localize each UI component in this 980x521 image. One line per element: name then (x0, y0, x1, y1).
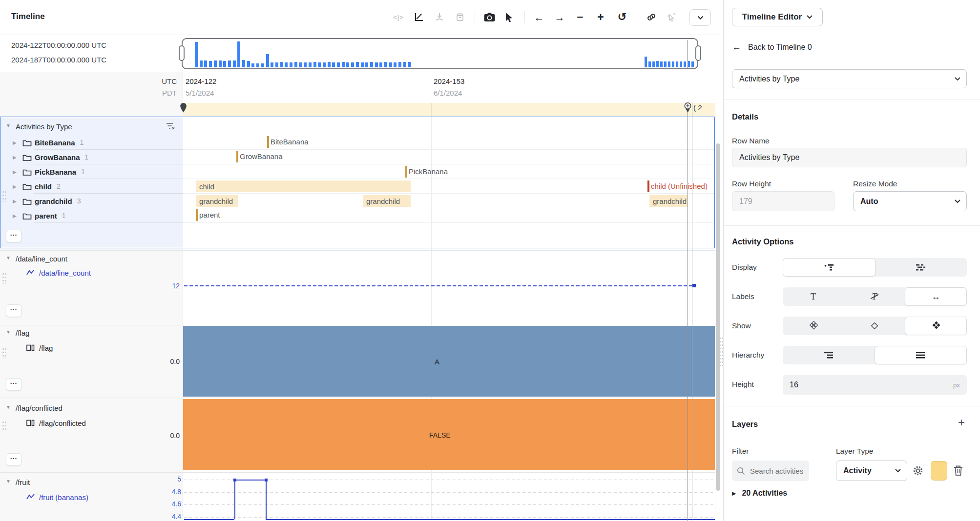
zoom-out-icon[interactable]: − (573, 10, 587, 24)
tree-item-child[interactable]: ▶child2 (13, 179, 179, 194)
cursor-icon[interactable] (503, 10, 517, 24)
layer-legend-line-count[interactable]: /data/line_count (39, 269, 91, 277)
layer-legend-flag[interactable]: /flag (39, 344, 53, 352)
expand-arrow-icon[interactable]: ▶ (13, 140, 22, 145)
layer-type-select[interactable]: Activity (836, 461, 907, 481)
row-actions-button[interactable]: ... (6, 304, 21, 317)
tree-item-BiteBanana[interactable]: ▶BiteBanana1 (13, 135, 179, 150)
code-icon[interactable]: <|> (392, 10, 405, 24)
row-drag-handle[interactable] (2, 272, 6, 284)
time-marker-pin-icon[interactable] (180, 102, 187, 113)
activity-bar-grandchild[interactable]: grandchild (196, 195, 238, 207)
display-compact-option[interactable] (876, 258, 967, 277)
tree-item-parent[interactable]: ▶parent1 (13, 208, 179, 223)
tree-item-PickBanana[interactable]: ▶PickBanana1 (13, 164, 179, 179)
display-grouped-option[interactable] (783, 258, 876, 277)
fruit-gridline (184, 517, 715, 518)
layer-legend-flag-conflicted[interactable]: /flag/conflicted (39, 419, 86, 427)
row-name-input[interactable] (732, 148, 967, 167)
tree-group-fruit[interactable]: /fruit (16, 478, 30, 486)
activity-bar-grandchild[interactable]: grandchild (649, 195, 688, 207)
row-picker-select[interactable]: Activities by Type (732, 69, 967, 88)
activity-tick-GrowBanana[interactable] (236, 151, 238, 162)
layers-heading: Layers (732, 420, 758, 429)
labels-italic-option[interactable]: T (844, 287, 905, 306)
hierarchy-flat-option[interactable] (875, 346, 967, 364)
collapse-arrow-icon[interactable]: ▼ (6, 404, 11, 410)
activity-bar-child[interactable]: child (196, 180, 411, 192)
fruit-gridline (184, 504, 715, 505)
expand-arrow-icon[interactable]: ▶ (13, 199, 22, 204)
show-diamond-option[interactable] (844, 317, 905, 335)
time-cursor-line[interactable] (688, 103, 688, 521)
tree-group-activities-by-type[interactable]: Activities by Type (16, 122, 72, 131)
activity-tick-parent[interactable] (196, 209, 198, 221)
undo-icon[interactable]: ↺ (615, 10, 629, 24)
vertical-scrollbar[interactable] (716, 143, 720, 491)
row-actions-button[interactable]: ... (6, 378, 21, 391)
arrow-right-icon[interactable]: → (553, 10, 566, 24)
back-label: Back to Timeline 0 (748, 43, 812, 52)
hierarchy-indented-option[interactable] (783, 346, 875, 364)
trash-icon[interactable] (953, 465, 963, 476)
activity-tick-BiteBanana[interactable] (267, 136, 269, 148)
row-actions-button[interactable]: ... (6, 230, 21, 242)
unlink-cursor-icon[interactable] (665, 10, 679, 24)
collapse-arrow-icon[interactable]: ▼ (6, 255, 11, 260)
collapse-arrow-icon[interactable]: ▼ (6, 479, 11, 484)
chevron-down-icon (955, 200, 960, 203)
gear-icon[interactable] (912, 465, 924, 477)
arrow-left-icon[interactable]: ← (532, 10, 546, 24)
row-drag-handle[interactable] (2, 347, 6, 359)
histogram-bar (356, 62, 359, 67)
expand-arrow-icon[interactable]: ▶ (13, 213, 22, 219)
layer-legend-fruit[interactable]: /fruit (bananas) (39, 493, 88, 501)
tree-group-data-line-count[interactable]: /data/line_count (16, 255, 67, 263)
brush-handle-left[interactable] (179, 45, 185, 61)
labels-resize-option[interactable]: ↔ (905, 287, 967, 306)
search-activities-input[interactable] (749, 466, 804, 476)
labels-text-option[interactable]: T (783, 287, 844, 306)
camera-icon[interactable] (482, 10, 496, 24)
archive-icon[interactable] (453, 10, 467, 24)
tree-item-grandchild[interactable]: ▶grandchild3 (13, 194, 179, 208)
time-selection-band[interactable] (183, 103, 715, 116)
tree-item-GrowBanana[interactable]: ▶GrowBanana1 (13, 150, 179, 164)
height-input[interactable] (783, 375, 967, 395)
chart-edit-icon[interactable] (412, 10, 426, 24)
row-drag-handle[interactable] (2, 421, 6, 432)
histogram-bar (652, 61, 655, 67)
timeline-minimap-brush[interactable] (182, 38, 698, 69)
expand-arrow-icon[interactable]: ▶ (13, 169, 22, 175)
collapse-arrow-icon[interactable]: ▼ (6, 329, 11, 335)
show-cluster-outline-option[interactable] (783, 317, 844, 335)
histogram-bar (342, 62, 345, 67)
activities-expander[interactable]: ▶ 20 Activities (732, 489, 787, 498)
row-height-input[interactable] (732, 191, 834, 211)
tree-group-flag-conflicted[interactable]: /flag/conflicted (16, 404, 63, 412)
activity-bar-grandchild[interactable]: grandchild (363, 195, 411, 207)
expand-arrow-icon[interactable]: ▶ (13, 155, 22, 160)
zoom-in-icon[interactable]: + (594, 10, 607, 24)
back-to-timeline-button[interactable]: ← Back to Timeline 0 (732, 42, 812, 53)
zoom-pin-icon[interactable] (684, 102, 692, 113)
add-layer-button[interactable]: + (958, 416, 965, 429)
filter-icon[interactable] (166, 122, 175, 131)
expand-arrow-icon[interactable]: ▶ (13, 184, 22, 189)
brush-handle-right[interactable] (695, 45, 701, 61)
toolbar-overflow-button[interactable] (689, 9, 711, 26)
time-cursor-line[interactable] (692, 103, 692, 521)
row-drag-handle[interactable] (2, 190, 6, 202)
resize-mode-select[interactable]: Auto (853, 191, 967, 211)
activity-tick-child[interactable] (647, 180, 649, 192)
link-icon[interactable] (645, 10, 658, 24)
editor-mode-dropdown[interactable]: Timeline Editor (732, 8, 823, 26)
layer-color-swatch[interactable] (931, 461, 947, 481)
activity-tick-PickBanana[interactable] (405, 166, 407, 178)
row-actions-button[interactable]: ... (6, 453, 21, 466)
panel-resize-handle[interactable] (719, 337, 723, 366)
tree-group-flag[interactable]: /flag (16, 329, 29, 337)
collapse-arrow-icon[interactable]: ▼ (6, 123, 11, 128)
show-cluster-filled-option[interactable] (905, 317, 967, 335)
import-icon[interactable] (433, 10, 446, 24)
